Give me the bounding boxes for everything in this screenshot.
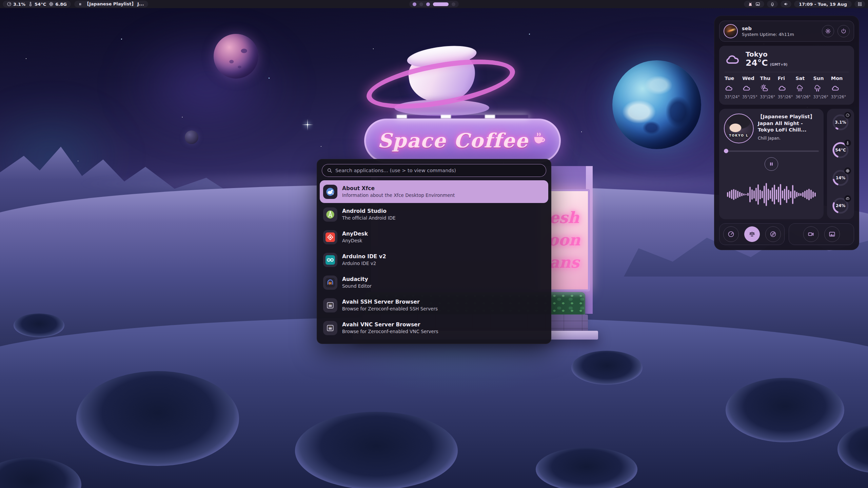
weather-temp: 24°C [746, 58, 768, 68]
album-art: TOKYO L [724, 114, 754, 143]
visualizer-bar [772, 187, 773, 202]
app-list-item[interactable]: About Xfce Information about the Xfce De… [320, 180, 548, 203]
app-list-item[interactable]: Arduino IDE v2 Arduino IDE v2 [320, 248, 548, 271]
forecast-day: Mon 33°/26° [831, 76, 849, 99]
search-input[interactable] [335, 168, 541, 173]
forecast-day-name: Mon [831, 76, 849, 81]
volume-button[interactable] [781, 1, 791, 7]
search-icon [327, 168, 332, 173]
visualizer-bar [810, 190, 812, 199]
visualizer-bar [757, 184, 759, 205]
top-panel: 3.1% 54°C 6.8G 【Japanese Playlist】 J... [0, 0, 868, 8]
now-playing-pill[interactable]: 【Japanese Playlist】 J... [74, 1, 148, 7]
workspace-dot-empty[interactable] [452, 2, 455, 6]
visualizer-bar [770, 190, 771, 199]
seek-bar[interactable] [724, 149, 819, 153]
notifications-button[interactable] [767, 1, 778, 7]
seek-handle[interactable] [724, 149, 728, 153]
forecast-day: Fri 35°/26° [778, 76, 795, 99]
system-stats-group: 3.1% 54°C 6.8G [3, 1, 71, 7]
forecast-day-name: Wed [742, 76, 760, 81]
forecast-day-name: Sun [813, 76, 831, 81]
album-art-label: TOKYO L [725, 134, 753, 137]
quick-toggle-picture[interactable] [824, 226, 840, 242]
visualizer-bar [755, 188, 757, 201]
visualizer-bar [780, 184, 781, 205]
app-name: Avahi SSH Server Browser [342, 299, 438, 305]
visualizer-bar [806, 190, 808, 199]
system-gauges-card: 3.1% 54°C 14% 24% [827, 109, 854, 219]
visualizer-bar [733, 189, 734, 200]
forecast-day: Thu 33°/26° [760, 76, 778, 99]
app-icon [323, 276, 337, 290]
quick-toggle-leaf[interactable] [765, 226, 781, 242]
visualizer-bar [774, 185, 775, 204]
workspace-dot-empty[interactable] [419, 2, 423, 6]
quick-toggle-video[interactable] [803, 226, 819, 242]
visualizer-bar [731, 190, 732, 199]
gear-icon [825, 28, 831, 34]
cloud-icon [725, 51, 741, 67]
gauge-icon [846, 169, 850, 173]
search-bar[interactable] [322, 164, 546, 177]
app-icon [323, 185, 337, 199]
visualizer-bar [762, 191, 763, 198]
workspace-dot-occupied[interactable] [413, 2, 416, 6]
weather-card: Tokyo 24°C (GMT+9) Tue 33°/24° Wed 35°/2… [719, 46, 854, 105]
visualizer-bar [808, 189, 810, 200]
app-name: Android Studio [342, 208, 396, 214]
visualizer-bar [784, 189, 785, 200]
tray-icons-group [744, 1, 764, 7]
quick-toggle-icon [728, 231, 734, 238]
visualizer-bar [749, 187, 751, 202]
clock[interactable]: 17:09 - Tue, 19 Aug [794, 1, 852, 7]
app-list-item[interactable]: Audacity Sound Editor [320, 271, 548, 294]
memory-usage-value: 6.8G [55, 2, 67, 7]
wallpaper-icon[interactable] [755, 2, 760, 6]
app-icon [323, 207, 337, 222]
workspace-switcher[interactable] [409, 1, 459, 7]
app-icon [323, 230, 337, 244]
visualizer-bar [743, 194, 745, 196]
visualizer-bar [741, 193, 743, 196]
cat-icon[interactable] [748, 2, 753, 6]
divider [725, 72, 849, 72]
gauge-icon [846, 197, 850, 201]
forecast-temps: 33°/26° [813, 95, 831, 99]
visualizer-bar [798, 193, 800, 196]
cpu-usage-value: 3.1% [13, 2, 25, 7]
workspace-dot-active[interactable] [433, 2, 449, 6]
quick-toggle-speedometer[interactable] [723, 226, 739, 242]
user-card: seb System Uptime: 4h11m [719, 21, 854, 42]
forecast-day-name: Tue [725, 76, 742, 81]
app-list-item[interactable]: Android Studio The official Android IDE [320, 203, 548, 226]
app-list-item[interactable]: AnyDesk AnyDesk [320, 226, 548, 248]
forecast-temps: 33°/26° [831, 95, 849, 99]
forecast-weather-icon [778, 84, 787, 93]
app-name: About Xfce [342, 185, 455, 191]
app-grid-button[interactable] [854, 1, 865, 7]
visualizer-bar [792, 185, 793, 204]
pause-button[interactable] [765, 157, 778, 171]
workspace-dot-occupied[interactable] [426, 2, 430, 6]
app-description: Information about the Xfce Desktop Envir… [342, 192, 455, 198]
visualizer-bar [804, 191, 806, 198]
weekly-forecast: Tue 33°/24° Wed 35°/25° Thu 33°/26° Fri … [725, 76, 849, 99]
visualizer-bar [790, 191, 791, 198]
app-list-item[interactable]: Avahi SSH Server Browser Browse for Zero… [320, 294, 548, 317]
system-gauge: 24% [831, 196, 850, 215]
power-button[interactable] [837, 25, 850, 37]
settings-button[interactable] [822, 25, 834, 37]
clock-text: 17:09 - Tue, 19 Aug [799, 2, 847, 7]
forecast-weather-icon [813, 84, 822, 93]
quick-toggle-icon [770, 231, 776, 238]
app-icon [323, 298, 337, 312]
app-list-item[interactable]: Avahi VNC Server Browser Browse for Zero… [320, 317, 548, 339]
forecast-day: Sun 33°/26° [813, 76, 831, 99]
cpu-temp: 54°C [28, 2, 46, 7]
audio-visualizer [724, 174, 819, 215]
chip-icon [49, 2, 54, 6]
app-name: Audacity [342, 276, 372, 282]
quick-toggle-scales[interactable] [744, 226, 760, 242]
app-icon [323, 321, 337, 335]
